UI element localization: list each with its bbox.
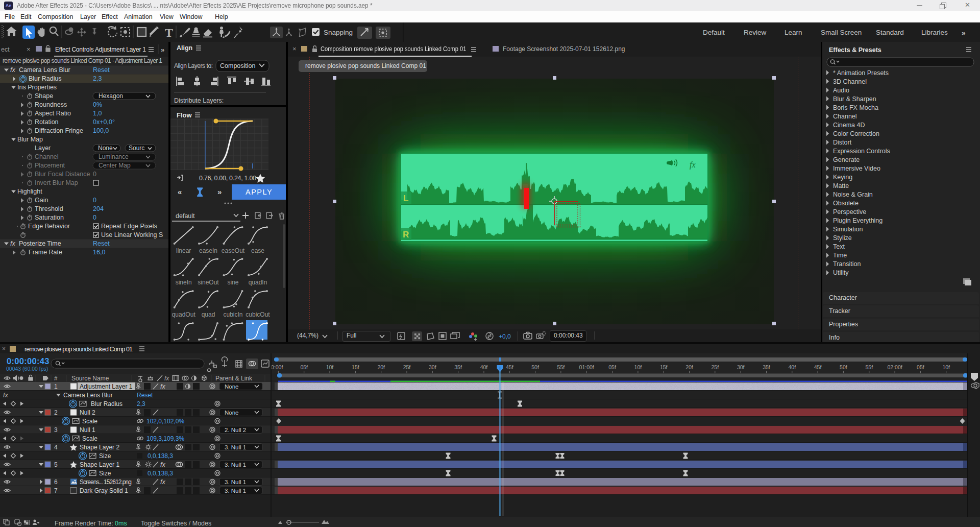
svg-text:linear: linear <box>176 247 191 254</box>
svg-text:3. Null 1: 3. Null 1 <box>225 444 246 450</box>
svg-text:35f: 35f <box>454 364 462 370</box>
svg-text:Audio: Audio <box>833 87 849 94</box>
svg-text:Cinema 4D: Cinema 4D <box>833 122 865 129</box>
svg-text:3. Null 1: 3. Null 1 <box>225 488 246 494</box>
svg-text:01:00f: 01:00f <box>579 364 594 370</box>
svg-text:»: » <box>217 187 222 196</box>
svg-text:Gain: Gain <box>35 197 48 204</box>
svg-text:2. Null 2: 2. Null 2 <box>225 427 246 433</box>
svg-text:Reset: Reset <box>93 240 110 247</box>
svg-text:Reset: Reset <box>93 66 110 74</box>
svg-text:quadIn: quadIn <box>249 279 267 286</box>
svg-text:Use Linear Working S: Use Linear Working S <box>101 231 163 238</box>
svg-text:Effects & Presets: Effects & Presets <box>829 46 881 54</box>
svg-text:Camera Lens Blur: Camera Lens Blur <box>63 392 113 399</box>
svg-text:Blur Radius: Blur Radius <box>29 75 62 82</box>
svg-text:05f: 05f <box>917 364 924 370</box>
svg-text:25f: 25f <box>711 364 719 370</box>
svg-text:Toggle Switches / Modes: Toggle Switches / Modes <box>141 520 211 527</box>
svg-text:Iris Properties: Iris Properties <box>17 84 57 91</box>
svg-text:05f: 05f <box>300 364 308 370</box>
svg-text:Luminance: Luminance <box>99 153 129 160</box>
svg-text:Shape Layer 1: Shape Layer 1 <box>80 461 119 468</box>
svg-text:»: » <box>962 29 966 37</box>
svg-text:×: × <box>27 45 31 53</box>
svg-text:109,3,109,3%: 109,3,109,3% <box>146 435 184 442</box>
svg-text:Adjustment Layer 1: Adjustment Layer 1 <box>80 383 133 390</box>
svg-text:45f: 45f <box>814 364 822 370</box>
svg-text:Shape: Shape <box>35 92 53 100</box>
svg-text:16,0: 16,0 <box>93 249 105 256</box>
svg-text:Blur Radius: Blur Radius <box>91 400 122 408</box>
svg-text:40f: 40f <box>788 364 796 370</box>
svg-text:Scale: Scale <box>82 435 97 442</box>
svg-text:Invert Blur Map: Invert Blur Map <box>35 179 78 186</box>
svg-text:7: 7 <box>54 487 58 494</box>
svg-text:R: R <box>403 230 409 239</box>
svg-text:25f: 25f <box>403 364 411 370</box>
svg-text:Null 2: Null 2 <box>80 409 95 416</box>
svg-text:easeOut: easeOut <box>222 247 245 254</box>
svg-text:100,0: 100,0 <box>93 127 109 134</box>
svg-text:20f: 20f <box>377 364 385 370</box>
svg-text:fx: fx <box>160 478 165 486</box>
svg-text:55f: 55f <box>865 364 873 370</box>
svg-text:Size: Size <box>99 470 111 477</box>
svg-text:+0,0: +0,0 <box>499 333 511 340</box>
svg-text:* Animation Presets: * Animation Presets <box>833 69 889 77</box>
svg-text:05f: 05f <box>608 364 616 370</box>
svg-text:Scale: Scale <box>82 418 97 425</box>
svg-text:1,0: 1,0 <box>93 110 102 117</box>
svg-text:Sourc: Sourc <box>129 145 144 152</box>
svg-text:fx: fx <box>10 66 15 74</box>
svg-text:45f: 45f <box>506 364 513 370</box>
svg-text:Keying: Keying <box>833 174 852 181</box>
svg-text:Review: Review <box>744 29 767 36</box>
svg-text:55f: 55f <box>557 364 565 370</box>
svg-text:204: 204 <box>93 205 104 212</box>
svg-text:Dark Gray Solid 1: Dark Gray Solid 1 <box>80 487 128 494</box>
svg-text:Null 1: Null 1 <box>80 426 95 434</box>
svg-text:Diffraction Fringe: Diffraction Fringe <box>35 127 83 134</box>
svg-text:Matte: Matte <box>833 182 849 189</box>
svg-text:4: 4 <box>54 444 58 451</box>
svg-text:Threshold: Threshold <box>35 205 63 212</box>
svg-text:Size: Size <box>99 452 111 460</box>
svg-text:0x+0,0°: 0x+0,0° <box>93 118 115 126</box>
svg-text:2,3: 2,3 <box>93 75 102 82</box>
svg-text:APPLY: APPLY <box>246 188 273 196</box>
svg-text:Distribute Layers:: Distribute Layers: <box>174 97 224 104</box>
svg-text:Align: Align <box>177 44 192 52</box>
svg-text:Highlight: Highlight <box>17 188 42 195</box>
svg-text:easeIn: easeIn <box>199 247 217 254</box>
svg-text:Effect Controls Adjustment Lay: Effect Controls Adjustment Layer 1 <box>55 46 146 53</box>
svg-text:Hexagon: Hexagon <box>99 92 123 100</box>
svg-text:Blur & Sharpen: Blur & Sharpen <box>833 95 876 103</box>
svg-text:30f: 30f <box>737 364 745 370</box>
svg-text:2,3: 2,3 <box>137 400 145 408</box>
svg-text:sine: sine <box>227 279 238 286</box>
svg-text:Aspect Ratio: Aspect Ratio <box>35 110 71 117</box>
svg-text:Frame Render Time: 0ms: Frame Render Time: 0ms <box>55 520 127 527</box>
svg-text:Generate: Generate <box>833 156 860 163</box>
svg-text:102,0,102,0%: 102,0,102,0% <box>146 418 184 425</box>
svg-text:None: None <box>98 145 113 152</box>
svg-text:Distort: Distort <box>833 139 852 146</box>
svg-text:Edge Behavior: Edge Behavior <box>28 223 70 230</box>
svg-text:fx: fx <box>160 461 165 468</box>
svg-text:fx: fx <box>3 392 8 399</box>
svg-text:0:00f: 0:00f <box>271 364 283 370</box>
svg-text:5: 5 <box>54 461 58 468</box>
svg-text:15f: 15f <box>352 364 359 370</box>
svg-text:sineOut: sineOut <box>198 279 219 286</box>
svg-text:Plugin Everything: Plugin Everything <box>833 217 883 224</box>
svg-text:50f: 50f <box>840 364 847 370</box>
svg-text:Placement: Placement <box>35 162 65 169</box>
svg-text:quadOut: quadOut <box>172 311 196 318</box>
svg-text:Blur Map: Blur Map <box>17 136 43 143</box>
svg-text:3. Null 1: 3. Null 1 <box>225 479 246 485</box>
svg-text:3D Channel: 3D Channel <box>833 78 867 85</box>
svg-text:Time: Time <box>833 252 847 259</box>
svg-text:T: T <box>165 26 173 39</box>
svg-text:Posterize Time: Posterize Time <box>19 240 61 247</box>
